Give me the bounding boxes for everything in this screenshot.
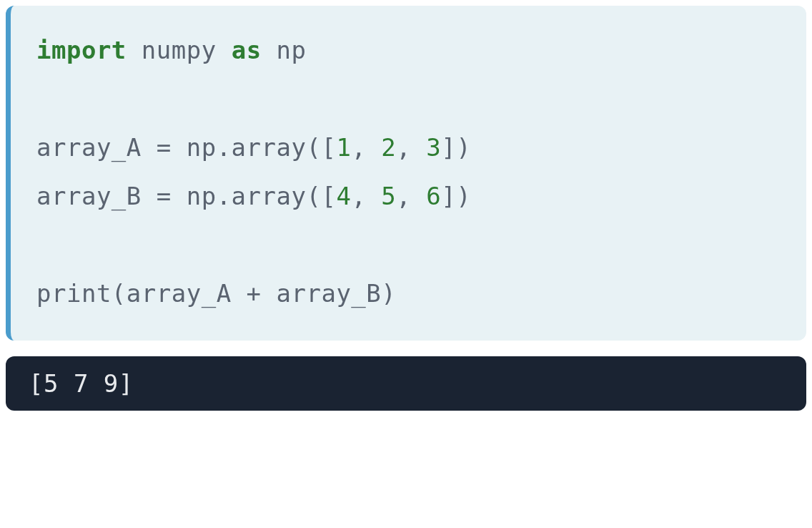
code-text: numpy <box>142 36 217 64</box>
keyword-import: import <box>36 36 127 64</box>
code-input-block: import numpy as np array_A = np.array([1… <box>6 6 806 341</box>
code-text: ]) <box>441 182 471 210</box>
code-output-block: [5 7 9] <box>6 356 806 411</box>
code-text <box>217 36 232 64</box>
code-text: , <box>396 182 426 210</box>
number-literal: 4 <box>336 182 351 210</box>
code-text: , <box>351 133 381 162</box>
code-text: ]) <box>441 133 471 162</box>
code-text <box>262 36 277 64</box>
code-line-empty <box>36 74 781 123</box>
code-text: array_A = np.array([ <box>36 133 336 162</box>
code-line-3: array_A = np.array([1, 2, 3]) <box>36 123 781 172</box>
code-text <box>127 36 142 64</box>
output-line-1: [5 7 9] <box>29 369 783 398</box>
keyword-as: as <box>232 36 262 64</box>
number-literal: 5 <box>381 182 396 210</box>
code-text: , <box>396 133 426 162</box>
code-line-1: import numpy as np <box>36 26 781 74</box>
code-text: array_B = np.array([ <box>36 182 336 210</box>
number-literal: 1 <box>336 133 351 162</box>
number-literal: 2 <box>381 133 396 162</box>
code-line-empty <box>36 220 781 269</box>
number-literal: 6 <box>426 182 441 210</box>
code-text: , <box>351 182 381 210</box>
code-text: np <box>277 36 307 64</box>
code-line-6: print(array_A + array_B) <box>36 269 781 318</box>
number-literal: 3 <box>426 133 441 162</box>
code-line-4: array_B = np.array([4, 5, 6]) <box>36 172 781 220</box>
